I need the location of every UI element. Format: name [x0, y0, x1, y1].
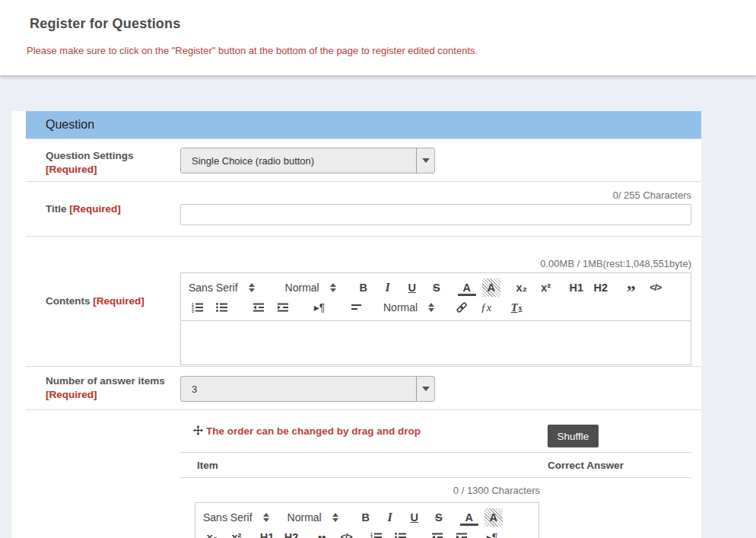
- required-badge: [Required]: [46, 164, 97, 175]
- strikethrough-button[interactable]: S: [427, 279, 446, 297]
- italic-button[interactable]: I: [379, 279, 397, 297]
- header1-button[interactable]: H1: [567, 279, 586, 297]
- title-label: Title [Required]: [26, 182, 180, 236]
- svg-text:2: 2: [370, 535, 373, 538]
- superscript-button[interactable]: x²: [227, 528, 246, 538]
- updown-icon: [330, 283, 336, 292]
- question-type-select[interactable]: Single Choice (radio button): [180, 148, 435, 173]
- underline-button[interactable]: U: [403, 279, 421, 297]
- item-editor: Sans Serif Normal B I U: [195, 502, 539, 538]
- bullet-list-button[interactable]: [392, 528, 410, 538]
- subscript-button[interactable]: x₂: [513, 279, 531, 297]
- required-badge: [Required]: [93, 295, 145, 307]
- drag-note: The order can be changed by drag and dro…: [193, 425, 421, 438]
- indent-button[interactable]: [274, 298, 292, 317]
- question-card: Question Question Settings [Required] Si…: [26, 111, 701, 538]
- items-section: The order can be changed by drag and dro…: [26, 409, 701, 538]
- clean-format-button[interactable]: Tx: [507, 298, 526, 317]
- title-char-counter: 0/ 255 Characters: [180, 189, 691, 201]
- ordered-list-button[interactable]: 123: [189, 298, 207, 317]
- items-table-header: Item Correct Answer: [180, 452, 691, 478]
- blockquote-button[interactable]: ”: [622, 279, 640, 297]
- correct-answer-column-header: Correct Answer: [548, 460, 624, 471]
- contents-editor-toolbar: Sans Serif Normal B I U: [181, 273, 691, 321]
- section-header-question: Question: [26, 111, 701, 138]
- header2-button[interactable]: H2: [592, 279, 610, 297]
- outdent-button[interactable]: [428, 528, 446, 538]
- answer-count-select[interactable]: 3: [180, 376, 435, 402]
- item-char-counter: 0 / 1300 Characters: [180, 478, 540, 496]
- updown-icon: [263, 513, 269, 522]
- text-color-button[interactable]: A: [460, 511, 478, 526]
- text-color-button[interactable]: A: [458, 281, 476, 296]
- bold-button[interactable]: B: [357, 508, 375, 527]
- register-note: Please make sure to click on the "Regist…: [27, 45, 478, 56]
- updown-icon: [249, 283, 255, 292]
- font-picker[interactable]: Sans Serif: [189, 282, 255, 294]
- answer-items-row: Number of answer items [Required] 3: [26, 366, 701, 409]
- contents-size-counter: 0.00MB / 1MB(rest:1,048,551byte): [180, 258, 691, 269]
- shuffle-button[interactable]: Shuffle: [548, 425, 599, 447]
- svg-text:3: 3: [192, 309, 194, 314]
- drag-note-row: The order can be changed by drag and dro…: [180, 410, 691, 452]
- contents-label: Contents [Required]: [26, 237, 180, 366]
- answer-items-label: Number of answer items [Required]: [26, 367, 180, 409]
- bullet-list-button[interactable]: [213, 298, 231, 317]
- question-type-value: Single Choice (radio button): [181, 155, 416, 167]
- item-editor-toolbar: Sans Serif Normal B I U: [195, 503, 538, 538]
- size-picker[interactable]: Normal: [383, 301, 434, 314]
- blockquote-button[interactable]: ”: [313, 528, 331, 538]
- bold-button[interactable]: B: [354, 279, 373, 297]
- highlight-color-button[interactable]: A: [484, 508, 503, 527]
- chevron-down-icon[interactable]: [416, 148, 434, 173]
- subscript-button[interactable]: x₂: [203, 528, 221, 538]
- answer-count-value: 3: [181, 384, 416, 395]
- text-direction-button[interactable]: ▸¶: [310, 298, 329, 317]
- outdent-button[interactable]: [249, 298, 268, 317]
- section-title: Question: [46, 118, 94, 132]
- heading-picker[interactable]: Normal: [287, 511, 338, 524]
- updown-icon: [332, 513, 338, 522]
- underline-button[interactable]: U: [405, 508, 424, 527]
- required-badge: [Required]: [69, 203, 121, 215]
- title-input[interactable]: [180, 204, 691, 225]
- required-badge: [Required]: [46, 389, 97, 400]
- header2-button[interactable]: H2: [282, 528, 300, 538]
- item-column-header: Item: [197, 460, 218, 471]
- contents-row: Contents [Required] 0.00MB / 1MB(rest:1,…: [26, 236, 701, 366]
- header1-button[interactable]: H1: [258, 528, 276, 538]
- formula-button[interactable]: ƒx: [477, 298, 495, 317]
- code-block-button[interactable]: </>: [337, 528, 355, 538]
- page-title: Register for Questions: [30, 16, 180, 32]
- ordered-list-button[interactable]: 123: [367, 528, 386, 538]
- indent-button[interactable]: [453, 528, 471, 538]
- text-direction-button[interactable]: ▸¶: [483, 528, 501, 538]
- heading-picker[interactable]: Normal: [285, 282, 336, 294]
- superscript-button[interactable]: x²: [537, 279, 555, 297]
- contents-editor-area[interactable]: [181, 321, 691, 365]
- page: Register for Questions Please make sure …: [0, 0, 756, 538]
- chevron-down-icon[interactable]: [416, 377, 434, 401]
- italic-button[interactable]: I: [381, 508, 399, 527]
- highlight-color-button[interactable]: A: [482, 279, 500, 297]
- move-icon: [193, 425, 203, 438]
- title-row: Title [Required] 0/ 255 Characters: [26, 181, 701, 236]
- link-icon[interactable]: [453, 298, 471, 317]
- strikethrough-button[interactable]: S: [430, 508, 448, 527]
- align-button[interactable]: [347, 298, 365, 317]
- font-picker[interactable]: Sans Serif: [203, 511, 269, 524]
- question-settings-label: Question Settings [Required]: [26, 139, 180, 177]
- contents-editor: Sans Serif Normal B I U: [180, 272, 691, 365]
- updown-icon: [428, 303, 434, 312]
- top-header: Register for Questions Please make sure …: [0, 0, 756, 76]
- question-settings-row: Question Settings [Required] Single Choi…: [26, 138, 701, 181]
- code-block-button[interactable]: </>: [646, 279, 665, 297]
